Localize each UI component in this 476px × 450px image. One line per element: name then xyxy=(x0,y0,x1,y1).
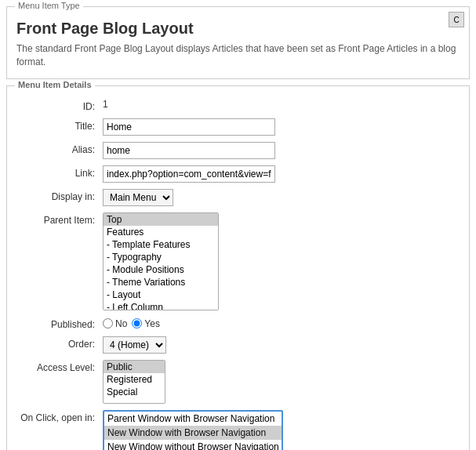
title-label: Title: xyxy=(16,118,103,132)
page-container: Menu Item Type C Front Page Blog Layout … xyxy=(0,6,476,450)
page-title: Front Page Blog Layout xyxy=(16,20,460,38)
onclick-option[interactable]: New Window with Browser Navigation xyxy=(104,426,282,440)
access-level-option[interactable]: Public xyxy=(104,361,165,373)
published-row: Published: No Yes xyxy=(16,317,460,330)
access-level-row: Access Level: PublicRegisteredSpecial xyxy=(16,360,460,404)
title-row: Title: xyxy=(16,118,460,136)
link-row: Link: xyxy=(16,165,460,183)
parent-item-row: Parent Item: TopFeatures- Template Featu… xyxy=(16,212,460,310)
display-in-label: Display in: xyxy=(16,189,103,202)
menu-item-details-legend: Menu Item Details xyxy=(15,80,95,89)
access-level-list[interactable]: PublicRegisteredSpecial xyxy=(103,360,165,404)
top-right-button[interactable]: C xyxy=(449,12,464,27)
display-in-row: Display in: Main Menu xyxy=(16,189,460,206)
parent-item-option[interactable]: - Left Column xyxy=(104,301,218,310)
alias-row: Alias: xyxy=(16,142,460,159)
parent-item-option[interactable]: Top xyxy=(104,213,218,226)
order-label: Order: xyxy=(16,336,103,350)
parent-item-option[interactable]: - Template Features xyxy=(104,238,218,251)
access-level-option[interactable]: Special xyxy=(104,386,165,398)
published-yes-label[interactable]: Yes xyxy=(132,318,160,329)
display-in-select[interactable]: Main Menu xyxy=(103,189,173,206)
link-label: Link: xyxy=(16,165,103,179)
parent-item-option[interactable]: Features xyxy=(104,226,218,238)
parent-item-list[interactable]: TopFeatures- Template Features- Typograp… xyxy=(103,212,219,310)
published-no-radio[interactable] xyxy=(103,318,113,328)
link-input[interactable] xyxy=(103,165,275,183)
access-level-option[interactable]: Registered xyxy=(104,373,165,386)
parent-item-option[interactable]: - Typography xyxy=(104,251,218,263)
order-select[interactable]: 4 (Home) xyxy=(103,336,166,354)
order-row: Order: 4 (Home) xyxy=(16,336,460,354)
id-label: ID: xyxy=(16,99,103,112)
onclick-label: On Click, open in: xyxy=(16,410,103,423)
parent-item-option[interactable]: - Module Positions xyxy=(104,263,218,276)
menu-item-details-section: Menu Item Details ID: 1 Title: Alias: Li… xyxy=(6,85,470,450)
onclick-option[interactable]: New Window without Browser Navigation xyxy=(104,440,282,450)
alias-input[interactable] xyxy=(103,142,275,159)
id-value: 1 xyxy=(103,99,460,110)
menu-item-type-section: Menu Item Type C Front Page Blog Layout … xyxy=(6,6,470,79)
onclick-option[interactable]: Parent Window with Browser Navigation xyxy=(104,412,282,426)
title-input[interactable] xyxy=(103,118,275,136)
published-yes-text: Yes xyxy=(144,318,160,329)
onclick-list[interactable]: Parent Window with Browser NavigationNew… xyxy=(103,410,283,450)
published-label: Published: xyxy=(16,317,103,330)
menu-item-type-legend: Menu Item Type xyxy=(15,1,83,10)
parent-item-option[interactable]: - Theme Variations xyxy=(104,276,218,289)
access-level-label: Access Level: xyxy=(16,360,103,373)
parent-item-label: Parent Item: xyxy=(16,212,103,226)
id-row: ID: 1 xyxy=(16,99,460,112)
published-no-label[interactable]: No xyxy=(103,318,127,329)
published-yes-radio[interactable] xyxy=(132,318,142,328)
onclick-row: On Click, open in: Parent Window with Br… xyxy=(16,410,460,450)
parent-item-option[interactable]: - Layout xyxy=(104,289,218,301)
published-no-text: No xyxy=(115,318,127,329)
published-radio-group: No Yes xyxy=(103,317,460,329)
alias-label: Alias: xyxy=(16,142,103,155)
id-display: 1 xyxy=(103,99,108,110)
page-description: The standard Front Page Blog Layout disp… xyxy=(16,42,460,69)
top-right-button-label: C xyxy=(453,16,459,24)
